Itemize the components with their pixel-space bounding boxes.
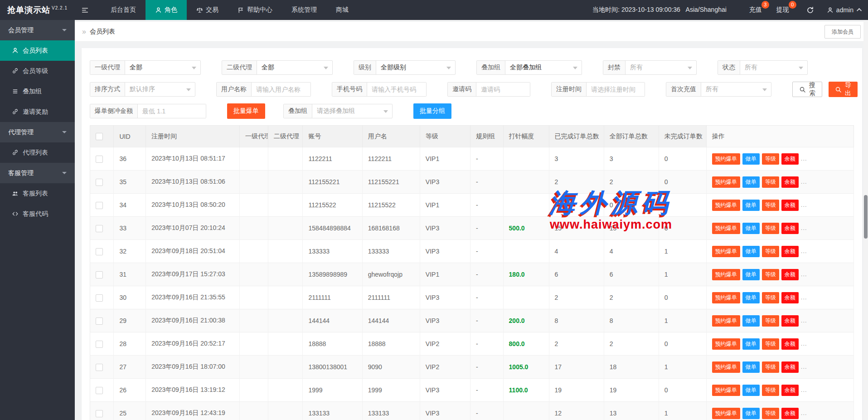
filter-select-排序方式[interactable]: 默认排序 [125, 83, 195, 96]
more-actions-button[interactable]: ... [801, 294, 807, 301]
row-checkbox[interactable] [96, 225, 103, 232]
action-button-预约爆单[interactable]: 预约爆单 [712, 176, 740, 188]
refresh-icon[interactable] [806, 6, 814, 14]
filter-select-一级代理[interactable]: 全部 [125, 61, 200, 74]
action-button-余额[interactable]: 余额 [781, 385, 799, 396]
action-button-等级[interactable]: 等级 [762, 153, 779, 165]
action-button-预约爆单[interactable]: 预约爆单 [712, 153, 740, 165]
row-checkbox[interactable] [96, 202, 103, 209]
action-button-等级[interactable]: 等级 [762, 315, 779, 327]
row-checkbox[interactable] [96, 248, 103, 255]
row-checkbox[interactable] [96, 179, 103, 186]
withdraw-link[interactable]: 提现 0 [776, 6, 789, 14]
filter-select-封禁[interactable]: 所有 [626, 61, 696, 74]
batch-burst-button[interactable]: 批量爆单 [227, 103, 265, 119]
more-actions-button[interactable]: ... [801, 386, 807, 393]
action-button-做单[interactable]: 做单 [742, 153, 760, 165]
action-button-等级[interactable]: 等级 [762, 246, 779, 257]
action-button-做单[interactable]: 做单 [742, 292, 760, 303]
sidebar-item-0-3[interactable]: 邀请奖励 [0, 102, 75, 122]
top-menu-item-1[interactable]: 角色 [145, 0, 187, 20]
scrollbar-thumb[interactable] [864, 195, 868, 239]
action-button-余额[interactable]: 余额 [781, 315, 799, 327]
action-button-预约爆单[interactable]: 预约爆单 [712, 361, 740, 373]
row-checkbox[interactable] [96, 341, 103, 348]
filter-select-二级代理[interactable]: 全部 [257, 61, 332, 74]
action-button-余额[interactable]: 余额 [781, 176, 799, 188]
more-actions-button[interactable]: ... [801, 225, 807, 231]
action-button-等级[interactable]: 等级 [762, 176, 779, 188]
row-checkbox[interactable] [96, 271, 103, 278]
batch-group-button[interactable]: 批量分组 [413, 103, 451, 119]
action-button-做单[interactable]: 做单 [742, 338, 760, 350]
more-actions-button[interactable]: ... [801, 317, 807, 324]
filter-input-用户名称[interactable] [252, 83, 310, 96]
sidebar-item-0-1[interactable]: 会员等级 [0, 61, 75, 81]
add-member-button[interactable]: 添加会员 [824, 25, 861, 39]
row-checkbox[interactable] [96, 387, 103, 394]
action-button-余额[interactable]: 余额 [781, 223, 799, 234]
sidebar-item-1-0[interactable]: 代理列表 [0, 142, 75, 163]
more-actions-button[interactable]: ... [801, 271, 807, 278]
action-button-做单[interactable]: 做单 [742, 385, 760, 396]
more-actions-button[interactable]: ... [801, 248, 807, 254]
action-button-预约爆单[interactable]: 预约爆单 [712, 246, 740, 257]
batch-group-select[interactable]: 请选择叠加组 [312, 104, 392, 118]
action-button-余额[interactable]: 余额 [781, 292, 799, 303]
action-button-等级[interactable]: 等级 [762, 200, 779, 211]
more-actions-button[interactable]: ... [801, 410, 807, 416]
sidebar-item-0-2[interactable]: 叠加组 [0, 81, 75, 102]
sidebar-group-title-1[interactable]: 代理管理 [0, 122, 75, 142]
action-button-做单[interactable]: 做单 [742, 315, 760, 327]
action-button-等级[interactable]: 等级 [762, 223, 779, 234]
sidebar-item-2-0[interactable]: 客服列表 [0, 183, 75, 204]
row-checkbox[interactable] [96, 294, 103, 302]
more-actions-button[interactable]: ... [801, 201, 807, 208]
action-button-预约爆单[interactable]: 预约爆单 [712, 315, 740, 327]
filter-select-级别[interactable]: 全部级别 [376, 61, 455, 74]
action-button-做单[interactable]: 做单 [742, 176, 760, 188]
filter-input-手机号码[interactable] [367, 83, 426, 96]
more-actions-button[interactable]: ... [801, 178, 807, 185]
more-actions-button[interactable]: ... [801, 340, 807, 347]
action-button-余额[interactable]: 余额 [781, 153, 799, 165]
more-actions-button[interactable]: ... [801, 155, 807, 162]
action-button-预约爆单[interactable]: 预约爆单 [712, 269, 740, 280]
top-menu-item-3[interactable]: 帮助中心 [228, 0, 282, 20]
search-button[interactable]: 搜 索 [792, 82, 822, 97]
action-button-等级[interactable]: 等级 [762, 269, 779, 280]
action-button-做单[interactable]: 做单 [742, 246, 760, 257]
sidebar-group-title-2[interactable]: 客服管理 [0, 163, 75, 183]
action-button-等级[interactable]: 等级 [762, 361, 779, 373]
top-menu-item-4[interactable]: 系统管理 [282, 0, 326, 20]
export-button[interactable]: 导 出 [829, 82, 858, 97]
row-checkbox[interactable] [96, 317, 103, 325]
action-button-预约爆单[interactable]: 预约爆单 [712, 223, 740, 234]
filter-input-注册时间[interactable] [587, 83, 645, 96]
action-button-做单[interactable]: 做单 [742, 200, 760, 211]
action-button-余额[interactable]: 余额 [781, 361, 799, 373]
action-button-预约爆单[interactable]: 预约爆单 [712, 200, 740, 211]
action-button-做单[interactable]: 做单 [742, 269, 760, 280]
action-button-等级[interactable]: 等级 [762, 338, 779, 350]
filter-select-状态[interactable]: 所有 [740, 61, 807, 74]
select-all-checkbox[interactable] [96, 133, 103, 140]
action-button-预约爆单[interactable]: 预约爆单 [712, 408, 740, 419]
action-button-预约爆单[interactable]: 预约爆单 [712, 292, 740, 303]
sidebar-item-0-0[interactable]: 会员列表 [0, 40, 75, 61]
action-button-预约爆单[interactable]: 预约爆单 [712, 338, 740, 350]
action-button-做单[interactable]: 做单 [742, 361, 760, 373]
action-button-余额[interactable]: 余额 [781, 246, 799, 257]
action-button-等级[interactable]: 等级 [762, 292, 779, 303]
top-menu-item-0[interactable]: 后台首页 [101, 0, 145, 20]
more-actions-button[interactable]: ... [801, 363, 807, 370]
filter-input-邀请码[interactable] [476, 83, 530, 96]
top-menu-item-2[interactable]: 交易 [187, 0, 228, 20]
action-button-余额[interactable]: 余额 [781, 338, 799, 350]
action-button-余额[interactable]: 余额 [781, 200, 799, 211]
filter-select-叠加组[interactable]: 全部叠加组 [505, 61, 582, 74]
row-checkbox[interactable] [96, 410, 103, 417]
burst-amount-input[interactable] [138, 104, 206, 118]
sidebar-item-2-1[interactable]: 客服代码 [0, 204, 75, 224]
row-checkbox[interactable] [96, 364, 103, 371]
